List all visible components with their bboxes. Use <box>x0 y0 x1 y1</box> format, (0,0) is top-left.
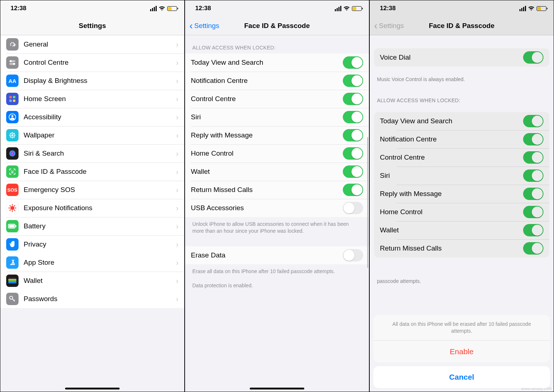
battery-icon <box>167 6 177 11</box>
section-header-allow: ALLOW ACCESS WHEN LOCKED: <box>185 37 369 53</box>
settings-row-control-centre[interactable]: Control Centre› <box>0 53 184 72</box>
faceid-settings[interactable]: ALLOW ACCESS WHEN LOCKED: Today View and… <box>185 35 369 392</box>
toggle[interactable] <box>523 188 543 200</box>
cancel-button[interactable]: Cancel <box>373 366 550 388</box>
row-label: USB Accessories <box>191 204 343 212</box>
access-row-control-centre[interactable]: Control Centre <box>185 90 369 108</box>
toggle[interactable] <box>523 224 543 236</box>
toggle[interactable] <box>523 206 543 218</box>
settings-row-home-screen[interactable]: Home Screen› <box>0 90 184 108</box>
access-row-siri[interactable]: Siri <box>185 108 369 126</box>
access-row-siri[interactable]: Siri <box>374 167 549 185</box>
chevron-right-icon: › <box>176 168 178 176</box>
svg-rect-38 <box>8 282 16 283</box>
enable-button[interactable]: Enable <box>373 341 550 363</box>
back-button[interactable]: ‹ Settings <box>374 21 404 31</box>
voice-dial-toggle[interactable] <box>523 51 543 64</box>
access-row-return-missed-calls[interactable]: Return Missed Calls <box>374 239 549 257</box>
toggle[interactable] <box>523 115 543 127</box>
access-row-home-control[interactable]: Home Control <box>185 144 369 163</box>
AA-icon: AA <box>6 75 19 87</box>
row-label: Control Centre <box>380 153 523 161</box>
row-label: Today View and Search <box>380 117 523 125</box>
access-row-notification-centre[interactable]: Notification Centre <box>185 72 369 90</box>
scrollbar[interactable] <box>367 137 368 268</box>
toggle[interactable] <box>523 169 543 182</box>
chevron-right-icon: › <box>176 259 178 267</box>
settings-row-exposure-notifications[interactable]: Exposure Notifications› <box>0 199 184 217</box>
nav-bar: Settings <box>0 16 184 35</box>
erase-data-toggle[interactable] <box>343 249 363 261</box>
toggle[interactable] <box>523 242 543 255</box>
toggle[interactable] <box>343 56 363 69</box>
access-row-wallet[interactable]: Wallet <box>374 221 549 239</box>
svg-rect-37 <box>8 280 16 282</box>
chevron-right-icon: › <box>176 186 178 194</box>
settings-row-accessibility[interactable]: Accessibility› <box>0 108 184 126</box>
access-row-reply-with-message[interactable]: Reply with Message <box>374 185 549 203</box>
data-protection-footer: Data protection is enabled. <box>185 281 369 296</box>
settings-row-wallet[interactable]: Wallet› <box>0 272 184 290</box>
toggle[interactable] <box>343 111 363 123</box>
back-button[interactable]: ‹ Settings <box>189 21 219 31</box>
access-row-home-control[interactable]: Home Control <box>374 203 549 221</box>
svg-point-3 <box>13 63 15 65</box>
access-row-today-view-and-search[interactable]: Today View and Search <box>185 53 369 72</box>
home-indicator[interactable] <box>65 388 120 389</box>
toggle[interactable] <box>343 75 363 87</box>
passcode-footer: passcode attempts. <box>370 263 554 291</box>
voice-dial-row[interactable]: Voice Dial <box>374 48 549 67</box>
access-row-reply-with-message[interactable]: Reply with Message <box>185 126 369 144</box>
svg-point-17 <box>10 136 11 137</box>
flower-icon <box>6 129 19 141</box>
status-time: 12:38 <box>195 5 211 12</box>
action-sheet: All data on this iPhone will be erased a… <box>373 315 550 388</box>
access-row-wallet[interactable]: Wallet <box>185 163 369 181</box>
toggle[interactable] <box>523 133 543 145</box>
settings-row-display-brightness[interactable]: AADisplay & Brightness› <box>0 72 184 90</box>
settings-row-general[interactable]: General› <box>0 35 184 53</box>
voice-dial-label: Voice Dial <box>380 53 523 61</box>
settings-row-wallpaper[interactable]: Wallpaper› <box>0 126 184 144</box>
settings-row-emergency-sos[interactable]: SOSEmergency SOS› <box>0 181 184 199</box>
svg-point-22 <box>11 206 15 210</box>
chevron-right-icon: › <box>176 295 178 303</box>
settings-list[interactable]: General›Control Centre›AADisplay & Brigh… <box>0 35 184 392</box>
toggle[interactable] <box>523 151 543 164</box>
toggle[interactable] <box>343 129 363 141</box>
wallet-icon <box>6 275 19 287</box>
erase-data-row[interactable]: Erase Data <box>185 246 369 264</box>
access-row-today-view-and-search[interactable]: Today View and Search <box>374 112 549 130</box>
settings-row-app-store[interactable]: App Store› <box>0 253 184 272</box>
chevron-right-icon: › <box>176 222 178 231</box>
settings-row-privacy[interactable]: Privacy› <box>0 235 184 253</box>
toggle[interactable] <box>343 202 363 214</box>
settings-row-siri-search[interactable]: Siri & Search› <box>0 144 184 163</box>
settings-row-face-id-passcode[interactable]: Face ID & Passcode› <box>0 163 184 181</box>
row-label: Battery <box>24 222 176 230</box>
svg-line-29 <box>9 209 11 211</box>
access-row-control-centre[interactable]: Control Centre <box>374 148 549 167</box>
access-row-usb-accessories[interactable]: USB Accessories <box>185 199 369 217</box>
chevron-right-icon: › <box>176 149 178 158</box>
chevron-right-icon: › <box>176 77 178 85</box>
svg-rect-32 <box>15 225 16 227</box>
access-row-notification-centre[interactable]: Notification Centre <box>374 130 549 148</box>
back-label: Settings <box>379 22 404 30</box>
toggle[interactable] <box>343 147 363 160</box>
access-row-return-missed-calls[interactable]: Return Missed Calls <box>185 181 369 199</box>
battery-icon <box>352 6 362 11</box>
toggle[interactable] <box>343 93 363 105</box>
status-bar: 12:38 <box>185 0 369 16</box>
virus-icon <box>6 202 19 214</box>
battery-icon <box>6 220 19 232</box>
siri-icon <box>6 147 19 160</box>
toggle[interactable] <box>343 184 363 196</box>
row-label: Siri <box>380 172 523 180</box>
settings-row-battery[interactable]: Battery› <box>0 217 184 235</box>
toggles-icon <box>6 56 19 69</box>
settings-row-passwords[interactable]: Passwords› <box>0 290 184 308</box>
home-indicator[interactable] <box>250 388 304 389</box>
toggle[interactable] <box>343 165 363 178</box>
chevron-right-icon: › <box>176 40 178 49</box>
